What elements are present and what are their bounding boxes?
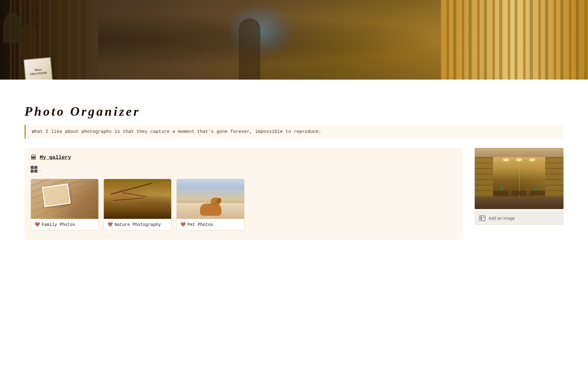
view-controls: . xyxy=(31,166,456,173)
lib-lights xyxy=(499,159,539,161)
heart-icon-nature: 🤎 xyxy=(107,222,113,227)
cards-grid: 🤎 Family Photos 🤎 N xyxy=(31,179,456,230)
photo-card-nature[interactable]: 🤎 Nature Photography xyxy=(104,179,172,230)
logo-container: Photo ORGANIZER 🌿 xyxy=(24,58,61,80)
photo-card-title-nature: Nature Photography xyxy=(115,222,161,227)
quote-block: What I like about photographs is that th… xyxy=(24,125,564,139)
photo-card-image-family xyxy=(31,179,99,219)
lib-tables xyxy=(487,191,551,195)
hero-banner: Photo ORGANIZER 🌿 xyxy=(0,0,588,80)
grid-cell xyxy=(31,166,34,169)
page-title: Photo Organizer xyxy=(24,104,564,119)
photo-card-title-pets: Pet Photos xyxy=(187,222,213,227)
lib-table xyxy=(530,191,545,195)
logo-book-title: Photo ORGANIZER xyxy=(29,68,47,76)
gallery-link[interactable]: My gallery xyxy=(40,155,71,160)
quote-text: What I like about photographs is that th… xyxy=(32,129,321,134)
gallery-icon: 🏛 xyxy=(31,154,37,161)
branch-line xyxy=(122,192,146,197)
lib-table xyxy=(493,191,508,195)
view-controls-dot: . xyxy=(40,167,41,172)
branch-line xyxy=(113,198,144,201)
lib-lamp-left xyxy=(499,188,504,191)
photo-card-family[interactable]: 🤎 Family Photos xyxy=(31,179,99,230)
content-layout: 🏛 My gallery . xyxy=(24,148,564,240)
photo-card-title-family: Family Photos xyxy=(42,222,75,227)
sidebar-library-image xyxy=(475,148,564,209)
heart-icon-family: 🤎 xyxy=(35,222,40,227)
grid-view-icon[interactable] xyxy=(31,166,37,173)
gallery-header: 🏛 My gallery xyxy=(31,154,456,161)
gallery-section: 🏛 My gallery . xyxy=(24,148,462,240)
heart-icon-pets: 🤎 xyxy=(180,222,186,227)
lib-ceiling xyxy=(475,148,564,157)
shelf-right xyxy=(441,0,588,80)
hero-shelves xyxy=(0,0,588,80)
grid-cell xyxy=(31,170,34,173)
add-image-label: Add an image xyxy=(488,216,515,221)
photo-card-pets[interactable]: 🤎 Pet Photos xyxy=(176,179,244,230)
dog-snout xyxy=(212,202,218,205)
sidebar-image-container: Add an image xyxy=(475,148,564,225)
branch-line xyxy=(111,183,152,195)
person-silhouette-2 xyxy=(239,18,260,80)
main-content: Photo Organizer What I like about photog… xyxy=(0,80,588,252)
lib-floor xyxy=(475,197,564,209)
dog-shape xyxy=(200,204,221,216)
photo-card-label-pets: 🤎 Pet Photos xyxy=(177,219,244,230)
dog-body xyxy=(200,204,221,216)
add-image-button[interactable]: Add an image xyxy=(475,212,564,225)
lib-table xyxy=(511,191,527,195)
photo-card-label-family: 🤎 Family Photos xyxy=(31,219,98,230)
add-image-icon xyxy=(479,215,485,221)
grid-cell xyxy=(34,170,37,173)
shelf-middle xyxy=(98,0,441,80)
logo-book: Photo ORGANIZER xyxy=(23,57,53,80)
dog-head xyxy=(211,197,220,206)
lib-light xyxy=(516,159,522,161)
photo-card-image-nature xyxy=(104,179,172,219)
photo-card-image-pets xyxy=(177,179,244,219)
photo-card-label-nature: 🤎 Nature Photography xyxy=(104,219,171,230)
lib-lamp-right xyxy=(534,188,539,191)
nature-photo-thumbnail xyxy=(104,179,172,219)
grid-cell xyxy=(34,166,37,169)
family-photo-thumbnail xyxy=(31,179,99,219)
lib-light xyxy=(529,159,535,161)
lib-light xyxy=(503,159,509,161)
pet-photo-thumbnail xyxy=(177,179,244,219)
